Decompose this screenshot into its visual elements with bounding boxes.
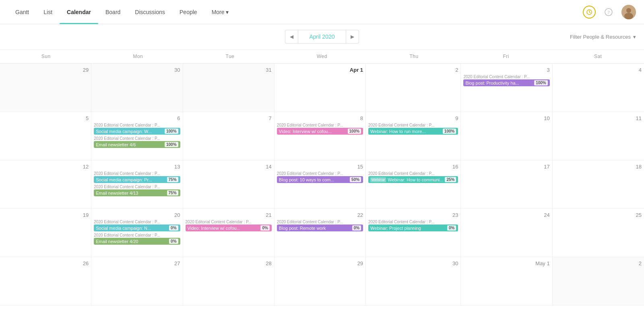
day-number: 7 [186, 115, 272, 121]
event-label: Blog post: Remote work [279, 226, 351, 231]
day-number: 5 [2, 115, 89, 121]
event-bar[interactable]: Email newsletter 4/200% [94, 238, 180, 245]
event-bar[interactable]: Webinar: Project planning0% [368, 225, 458, 231]
event-bar[interactable]: Blog post: Remote work0% [277, 225, 363, 231]
cal-cell: 82020 Editorial Content Calendar : P...V… [275, 112, 366, 160]
cal-cell: 4 [553, 64, 644, 112]
cal-cell: 202020 Editorial Content Calendar : P...… [91, 209, 183, 257]
filter-arrow-icon: ▾ [633, 34, 636, 40]
event-bar[interactable]: Blog post: Productivity ha...100% [463, 79, 549, 86]
day-number: 21 [186, 212, 272, 218]
event-parent-label: 2020 Editorial Content Calendar : P... [94, 220, 180, 224]
cal-cell: 132020 Editorial Content Calendar : P...… [91, 160, 183, 209]
day-number: 28 [186, 260, 272, 266]
user-avatar[interactable] [621, 5, 636, 19]
next-month-button[interactable]: ▶ [346, 30, 359, 44]
day-of-week-sun: Sun [0, 50, 92, 63]
event-label: Webinar: Project planning [370, 226, 446, 231]
cal-cell: 19 [0, 209, 91, 257]
nav-item-board[interactable]: Board [98, 0, 128, 24]
event-percent: 100% [165, 129, 178, 134]
filter-people-resources-button[interactable]: Filter People & Resources ▾ [570, 34, 636, 40]
svg-point-6 [626, 8, 631, 13]
event-label: Video: Interview w/ cofou... [279, 129, 346, 134]
event-bar[interactable]: Blog post: 10 ways to com...50% [277, 176, 363, 183]
event-bar[interactable]: Social media campaign: Pr...75% [94, 176, 180, 183]
cal-cell: 14 [183, 160, 275, 209]
current-month-label: April 2020 [298, 30, 346, 44]
event-percent: 75% [167, 190, 178, 195]
cal-cell: 27 [91, 257, 183, 306]
day-number: 26 [2, 260, 89, 266]
nav-item-people[interactable]: People [172, 0, 204, 24]
event-label: Video: Interview w/ cofou... [188, 226, 259, 231]
day-number: 20 [94, 212, 180, 218]
day-number: 17 [463, 164, 549, 170]
event-parent-label: 2020 Editorial Content Calendar : P... [277, 171, 363, 176]
event-label: Webinar: How to communi... [388, 177, 443, 182]
day-number: 8 [277, 115, 363, 121]
cal-cell: 26 [0, 257, 91, 306]
day-of-week-fri: Fri [460, 50, 552, 63]
event-percent: 0% [169, 225, 178, 231]
day-number: 31 [186, 67, 272, 73]
day-number: 11 [555, 115, 642, 121]
event-parent-label: 2020 Editorial Content Calendar : P... [368, 123, 458, 127]
day-number: 14 [186, 164, 272, 170]
event-bar[interactable]: Social media campaign: N...0% [94, 225, 180, 231]
event-label: Email newsletter 4/13 [96, 191, 165, 195]
main-nav: GanttListCalendarBoardDiscussionsPeopleM… [0, 0, 644, 24]
event-bar[interactable]: Webinar: How to run more...100% [368, 128, 458, 135]
event-percent: 100% [443, 129, 456, 134]
event-percent: 100% [165, 142, 178, 147]
day-number: 3 [463, 67, 549, 73]
event-parent-label: 2020 Editorial Content Calendar : P... [94, 123, 180, 127]
event-percent: 0% [352, 225, 361, 231]
calendar-view: SunMonTueWedThuFriSat 293031Apr 1232020 … [0, 50, 644, 306]
day-number: 2 [555, 260, 642, 266]
cal-cell: 7 [183, 112, 275, 160]
cal-cell: 212020 Editorial Content Calendar : P...… [183, 209, 275, 257]
day-number: 29 [277, 260, 363, 266]
clock-icon[interactable] [583, 6, 596, 19]
cal-cell: 25 [553, 209, 644, 257]
cal-cell: 232020 Editorial Content Calendar : P...… [366, 209, 461, 257]
event-percent: 50% [350, 177, 361, 182]
day-number: 27 [94, 260, 180, 266]
day-of-week-thu: Thu [368, 50, 460, 63]
cal-cell: 31 [183, 64, 275, 112]
event-bar[interactable]: Social media campaign: W...100% [94, 128, 180, 135]
nav-item-discussions[interactable]: Discussions [128, 0, 172, 24]
nav-item-more[interactable]: More ▾ [204, 0, 236, 24]
cal-cell: 92020 Editorial Content Calendar : P...W… [366, 112, 461, 160]
cal-cell: 32020 Editorial Content Calendar : P...B… [461, 64, 552, 112]
svg-point-7 [624, 13, 633, 19]
day-of-week-tue: Tue [184, 50, 276, 63]
svg-line-2 [589, 12, 590, 13]
event-bar[interactable]: Email newsletter 4/1375% [94, 189, 180, 196]
event-bar[interactable]: Email newsletter 4/6100% [94, 141, 180, 148]
nav-right: ? [583, 5, 636, 19]
help-icon[interactable]: ? [602, 6, 615, 19]
cal-cell: 10 [461, 112, 552, 160]
event-label: Webinar: How to run more... [370, 129, 441, 134]
nav-item-gantt[interactable]: Gantt [8, 0, 36, 24]
event-parent-label: 2020 Editorial Content Calendar : P... [463, 75, 549, 79]
prev-month-button[interactable]: ◀ [285, 30, 298, 44]
day-number: 30 [368, 260, 458, 266]
event-bar[interactable]: WebinarWebinar: How to communi...25% [368, 176, 458, 183]
event-percent: 0% [447, 225, 456, 231]
day-number: 10 [463, 115, 549, 121]
event-bar[interactable]: Video: Interview w/ cofou...0% [186, 225, 272, 231]
day-of-week-sat: Sat [552, 50, 644, 63]
event-percent: 100% [534, 80, 548, 85]
day-number: 25 [555, 212, 642, 218]
day-number: 30 [94, 67, 180, 73]
event-bar[interactable]: Video: Interview w/ cofou...100% [277, 128, 363, 135]
nav-item-list[interactable]: List [36, 0, 60, 24]
day-number: May 1 [463, 260, 549, 266]
event-percent: 0% [260, 225, 269, 231]
nav-items: GanttListCalendarBoardDiscussionsPeopleM… [8, 0, 236, 24]
nav-item-calendar[interactable]: Calendar [60, 0, 98, 24]
cal-cell: 152020 Editorial Content Calendar : P...… [275, 160, 366, 209]
